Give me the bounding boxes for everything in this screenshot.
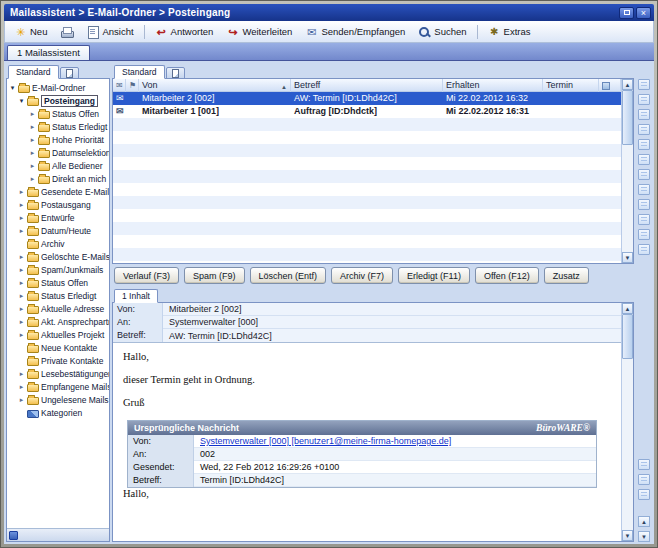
toolbar-button[interactable]: [54, 23, 79, 41]
scroll-thumb[interactable]: [622, 314, 633, 359]
column-betreff[interactable]: Betreff: [291, 79, 443, 92]
action-button[interactable]: Erledigt (F11): [398, 267, 470, 284]
toolbar-button[interactable]: Senden/Empfangen: [299, 23, 411, 41]
rail-scroll-down-icon[interactable]: ▼: [638, 531, 650, 542]
expander-icon[interactable]: [18, 289, 25, 302]
tree-item[interactable]: Empfangene Mails: [7, 380, 109, 393]
empty-row[interactable]: [113, 131, 621, 144]
mail-row[interactable]: ✉ Mitarbeiter 2 [002] AW: Termin [ID:LDh…: [113, 92, 621, 105]
list-tab-standard[interactable]: Standard: [114, 65, 165, 79]
tree-item[interactable]: Archiv: [7, 237, 109, 250]
tree-item[interactable]: Aktuelles Projekt: [7, 328, 109, 341]
empty-row[interactable]: [113, 209, 621, 222]
column-erhalten[interactable]: Erhalten: [443, 79, 543, 92]
toolbar-button[interactable]: Antworten: [149, 23, 220, 41]
tree-item[interactable]: Entwürfe: [7, 211, 109, 224]
rail-tool-icon[interactable]: [638, 94, 650, 105]
column-mail-state[interactable]: ✉: [113, 79, 126, 92]
expander-icon[interactable]: [29, 159, 36, 172]
expander-icon[interactable]: [9, 81, 16, 94]
tree-item[interactable]: Kategorien: [7, 406, 109, 419]
expander-icon[interactable]: [18, 276, 25, 289]
expander-icon[interactable]: [29, 133, 36, 146]
tree-item[interactable]: Gesendete E-Mails: [7, 185, 109, 198]
expander-icon[interactable]: [29, 107, 36, 120]
toolbar-button[interactable]: Suchen: [412, 23, 472, 41]
column-config-icon[interactable]: [602, 82, 610, 90]
expander-icon[interactable]: [18, 263, 25, 276]
rail-tool-icon[interactable]: [638, 154, 650, 165]
rail-tool-icon[interactable]: [638, 79, 650, 90]
tree-item[interactable]: Datum/Heute: [7, 224, 109, 237]
expander-icon[interactable]: [29, 146, 36, 159]
action-button[interactable]: Spam (F9): [184, 267, 245, 284]
tree-item[interactable]: Direkt an mich: [7, 172, 109, 185]
expander-icon[interactable]: [18, 393, 25, 406]
scroll-up-icon[interactable]: ▲: [622, 79, 633, 90]
rail-tool-icon[interactable]: [638, 169, 650, 180]
tree-item[interactable]: Gelöschte E-Mails: [7, 250, 109, 263]
scroll-up-icon[interactable]: ▲: [622, 303, 633, 314]
rail-tool-icon[interactable]: [638, 459, 650, 470]
sidebar-tab-new[interactable]: [60, 67, 79, 79]
rail-tool-icon[interactable]: [638, 229, 650, 240]
rail-tool-icon[interactable]: [638, 489, 650, 500]
list-tab-new[interactable]: [166, 67, 185, 79]
action-button[interactable]: Archiv (F7): [331, 267, 393, 284]
expander-icon[interactable]: [18, 302, 25, 315]
tree-item[interactable]: Postausgang: [7, 198, 109, 211]
expander-icon[interactable]: [29, 172, 36, 185]
expander-icon[interactable]: [18, 198, 25, 211]
toolbar-button[interactable]: Neu: [8, 23, 53, 41]
expander-icon[interactable]: [18, 94, 25, 107]
preview-scrollbar[interactable]: ▲ ▼: [621, 303, 633, 541]
rail-scroll-up-icon[interactable]: ▲: [638, 516, 650, 527]
mail-row[interactable]: ✉ Mitarbeiter 1 [001] Auftrag [ID:Dhdctk…: [113, 105, 621, 118]
empty-row[interactable]: [113, 222, 621, 235]
expander-icon[interactable]: [18, 380, 25, 393]
scroll-down-icon[interactable]: ▼: [622, 530, 633, 541]
expander-icon[interactable]: [18, 328, 25, 341]
rail-tool-icon[interactable]: [638, 139, 650, 150]
tab-mailassistent[interactable]: 1 Mailassistent: [7, 45, 90, 60]
expander-icon[interactable]: [18, 211, 25, 224]
tree-item[interactable]: Datumselektion: [7, 146, 109, 159]
rail-tool-icon[interactable]: [638, 109, 650, 120]
expander-icon[interactable]: [29, 120, 36, 133]
expander-icon[interactable]: [18, 315, 25, 328]
empty-row[interactable]: [113, 157, 621, 170]
rail-tool-icon[interactable]: [638, 214, 650, 225]
rail-tool-icon[interactable]: [638, 124, 650, 135]
tree-item[interactable]: Alle Bediener: [7, 159, 109, 172]
action-button[interactable]: Löschen (Entf): [250, 267, 327, 284]
list-header[interactable]: ✉ ⚑ Von▲ Betreff Erhalten Termin: [113, 79, 621, 92]
empty-row[interactable]: [113, 118, 621, 131]
column-flag[interactable]: ⚑: [126, 79, 139, 92]
tree-item[interactable]: Posteingang: [7, 94, 109, 107]
empty-row[interactable]: [113, 170, 621, 183]
rail-tool-icon[interactable]: [638, 199, 650, 210]
rail-tool-icon[interactable]: [638, 184, 650, 195]
tree-item[interactable]: Spam/Junkmails: [7, 263, 109, 276]
panel-toggle-icon[interactable]: [9, 531, 18, 540]
toolbar-button[interactable]: Extras: [482, 23, 537, 41]
maximize-button[interactable]: [619, 7, 634, 19]
expander-icon[interactable]: [18, 367, 25, 380]
action-button[interactable]: Verlauf (F3): [114, 267, 179, 284]
tree-item[interactable]: Ungelesene Mails: [7, 393, 109, 406]
empty-row[interactable]: [113, 196, 621, 209]
close-button[interactable]: ×: [636, 7, 651, 19]
tree-item[interactable]: E-Mail-Ordner: [7, 81, 109, 94]
expander-icon[interactable]: [18, 185, 25, 198]
tree-item[interactable]: Private Kontakte: [7, 354, 109, 367]
empty-row[interactable]: [113, 144, 621, 157]
tree-item[interactable]: Status Erledigt: [7, 120, 109, 133]
expander-icon[interactable]: [18, 224, 25, 237]
column-von[interactable]: Von▲: [139, 79, 291, 92]
empty-row[interactable]: [113, 248, 621, 261]
tree-item[interactable]: Status Erledigt: [7, 289, 109, 302]
toolbar-button[interactable]: Weiterleiten: [220, 23, 298, 41]
toolbar-button[interactable]: Ansicht: [80, 23, 139, 41]
tree-item[interactable]: Neue Kontakte: [7, 341, 109, 354]
tree-item[interactable]: Lesebestätigungen: [7, 367, 109, 380]
